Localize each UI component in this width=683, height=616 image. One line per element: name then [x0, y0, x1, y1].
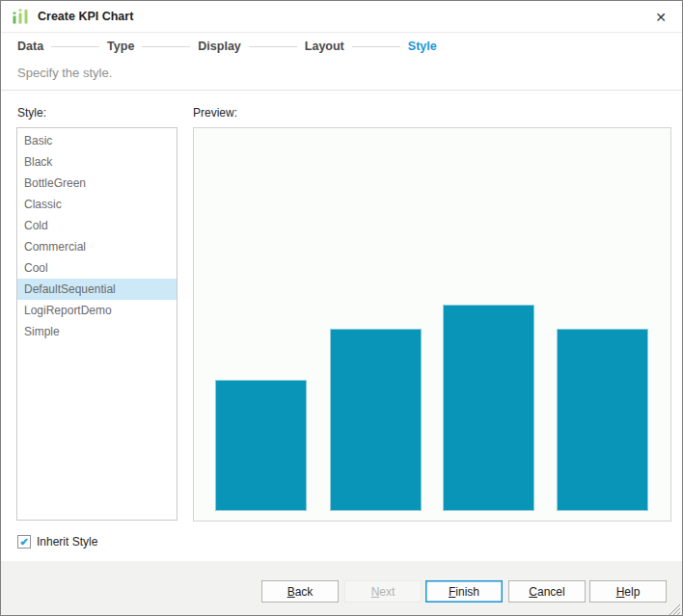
list-item[interactable]: Classic [17, 194, 177, 215]
page-subtitle: Specify the style. [17, 66, 112, 80]
step-layout[interactable]: Layout [305, 40, 344, 53]
checkbox-box[interactable]: ✔ [17, 535, 31, 549]
next-button[interactable]: Next [344, 580, 422, 603]
preview-label: Preview: [193, 106, 237, 120]
wizard-step-bar: Data Type Display Layout Style [1, 33, 682, 60]
inherit-style-label: Inherit Style [37, 535, 97, 549]
checkmark-icon: ✔ [19, 537, 28, 548]
step-connector [142, 46, 190, 47]
style-listbox: Basic Black BottleGreen Classic Cold Com… [16, 127, 178, 521]
inherit-style-checkbox[interactable]: ✔ Inherit Style [17, 534, 97, 549]
list-item[interactable]: DefaultSequential [17, 279, 177, 300]
list-item[interactable]: Commercial [17, 236, 177, 257]
preview-bar [557, 329, 648, 511]
back-button[interactable]: Back [261, 580, 339, 603]
preview-bar [215, 380, 307, 511]
list-item[interactable]: BottleGreen [17, 173, 177, 194]
preview-bar [330, 329, 422, 511]
preview-chart-panel [193, 127, 671, 522]
window-title: Create KPI Chart [38, 10, 133, 23]
close-icon[interactable]: ✕ [651, 8, 670, 27]
step-style[interactable]: Style [408, 40, 437, 53]
list-item[interactable]: Cool [17, 257, 177, 279]
kpi-chart-icon [11, 7, 30, 26]
subtitle-row: Specify the style. [1, 60, 682, 91]
step-connector [51, 46, 99, 47]
finish-button[interactable]: Finish [425, 580, 503, 603]
help-button[interactable]: Help [589, 580, 667, 603]
resize-grip[interactable] [669, 603, 681, 615]
list-item[interactable]: LogiReportDemo [17, 300, 177, 321]
preview-bar [443, 305, 534, 511]
list-item[interactable]: Simple [17, 321, 177, 342]
footer-button-bar: Back Next Finish Cancel Help [1, 561, 682, 616]
step-connector [249, 46, 297, 47]
step-type[interactable]: Type [107, 40, 134, 53]
list-item[interactable]: Black [17, 151, 177, 173]
list-item[interactable]: Basic [17, 130, 177, 151]
cancel-button[interactable]: Cancel [508, 580, 586, 603]
list-item[interactable]: Cold [17, 215, 177, 236]
step-display[interactable]: Display [198, 40, 240, 53]
create-kpi-chart-dialog: Create KPI Chart ✕ Data Type Display Lay… [0, 0, 683, 616]
title-bar: Create KPI Chart ✕ [1, 1, 682, 33]
step-connector [352, 46, 400, 47]
style-list-label: Style: [17, 106, 46, 120]
step-data[interactable]: Data [17, 40, 43, 53]
